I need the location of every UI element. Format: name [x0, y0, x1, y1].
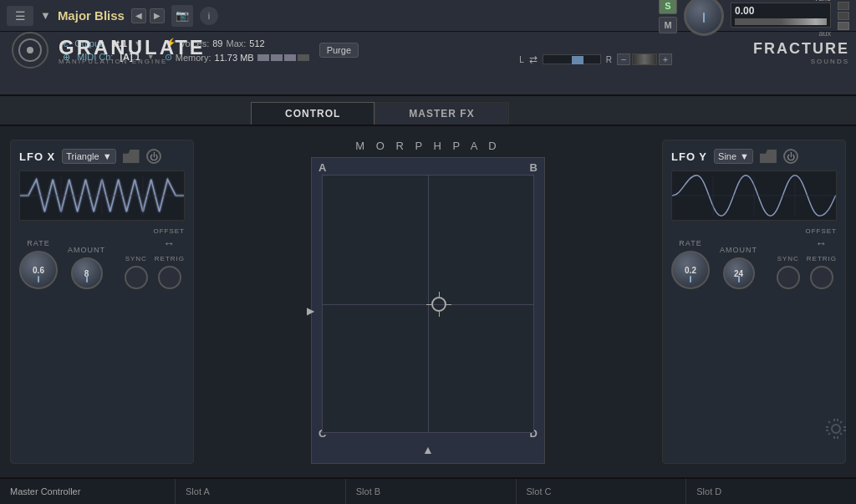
pan-icon: ⇄: [529, 53, 538, 65]
lfo-y-title: LFO Y: [671, 150, 707, 163]
morph-ch-h-right: [446, 304, 451, 305]
lfo-x-folder-icon[interactable]: [123, 150, 140, 163]
lfo-y-power-button[interactable]: ⏻: [783, 149, 798, 164]
lfo-x-panel: LFO X Triangle ▼ ⏻: [10, 140, 194, 464]
window-close-button[interactable]: [838, 22, 849, 30]
tune-bar: [735, 18, 827, 25]
lfo-y-retrig-button[interactable]: [810, 266, 833, 289]
lfo-y-sync-retrig: SYNC RETRIG: [777, 255, 837, 289]
pan-section: L ⇄ R − +: [519, 53, 672, 65]
lfo-x-sync-button[interactable]: [125, 266, 148, 289]
camera-icon[interactable]: 📷: [171, 5, 193, 27]
level-slider[interactable]: [632, 53, 657, 65]
lfo-x-amount-knob[interactable]: 8: [71, 257, 103, 289]
master-controller-label: Master Controller: [10, 486, 80, 496]
purge-button[interactable]: Purge: [319, 43, 359, 58]
lfo-y-type-select[interactable]: Sine ▼: [714, 149, 753, 164]
morph-ch-h-left: [426, 304, 431, 305]
lfo-y-offset-label: OFFSET: [805, 227, 837, 235]
prev-preset-button[interactable]: ◀: [131, 8, 146, 23]
morph-pad-title: M O R P H P A D: [355, 140, 501, 152]
voices-max-label: Max:: [227, 38, 247, 48]
lfo-x-amount-indicator: [86, 276, 88, 283]
prog-2: [271, 54, 283, 61]
tab-master-fx[interactable]: MASTER FX: [374, 102, 508, 125]
lfo-x-retrig-button[interactable]: [158, 266, 181, 289]
memory-progress: [257, 54, 309, 61]
minus-button[interactable]: −: [617, 53, 630, 65]
lfo-x-right-controls: OFFSET ↔ SYNC RETRIG: [125, 227, 185, 289]
lfo-y-panel: LFO Y Sine ▼ ⏻ RATE 0.2: [662, 140, 846, 464]
preset-arrow: ▼: [40, 9, 51, 22]
lfo-y-controls: RATE 0.2 AMOUNT 24 OFFSET ↔: [671, 227, 837, 289]
memory-value: 11.73 MB: [215, 53, 254, 63]
slot-b-label: Slot B: [356, 486, 380, 496]
window-min-button[interactable]: [838, 2, 849, 10]
menu-icon[interactable]: ☰: [7, 6, 33, 26]
voices-max-value: 512: [249, 38, 264, 48]
info-icon[interactable]: i: [200, 7, 218, 25]
morph-crosshair[interactable]: [431, 297, 446, 312]
solo-button[interactable]: S: [659, 0, 677, 14]
stereo-slider[interactable]: [543, 54, 601, 64]
tune-value: 0.00: [735, 5, 827, 17]
lfo-x-rate-value: 0.6: [33, 266, 44, 275]
lfo-x-offset-label: OFFSET: [153, 227, 185, 235]
lfo-x-controls: RATE 0.6 AMOUNT 8 OFFSET ↔: [19, 227, 185, 289]
lfo-x-rate-group: RATE 0.6: [19, 239, 58, 289]
morph-corner-b: B: [530, 161, 538, 174]
slot-a-section[interactable]: Slot A: [176, 479, 346, 504]
next-preset-button[interactable]: ▶: [150, 8, 165, 23]
lfo-x-sync-group: SYNC: [125, 255, 148, 289]
lfo-y-rate-knob[interactable]: 0.2: [671, 251, 710, 289]
stereo-fill: [572, 56, 583, 64]
volume-knob[interactable]: [684, 0, 724, 36]
lfo-x-type-select[interactable]: Triangle ▼: [62, 149, 115, 164]
lfo-x-type-value: Triangle: [66, 151, 99, 161]
lfo-x-rate-knob[interactable]: 0.6: [19, 251, 58, 289]
tab-bar: CONTROL MASTER FX: [0, 96, 856, 126]
lfo-x-sync-retrig: SYNC RETRIG: [125, 255, 185, 289]
lfo-y-rate-indicator: [690, 276, 691, 283]
lfo-y-rate-value: 0.2: [685, 266, 696, 275]
plus-button[interactable]: +: [659, 53, 672, 65]
morph-grid[interactable]: [322, 175, 534, 433]
plus-minus-btns: − +: [617, 53, 672, 65]
lfo-y-amount-group: AMOUNT 24: [720, 246, 757, 289]
volume-knob-indicator: [703, 13, 705, 23]
nav-arrows: ◀ ▶: [131, 8, 165, 23]
slot-c-section[interactable]: Slot C: [517, 479, 687, 504]
header-row2: € Output: st.1 ▼ ⊕ MIDI Ch: [A] 1 ▼ ⚡ Vo…: [0, 32, 856, 69]
volume-knob-wrap: [684, 0, 724, 36]
pan-left-label: L: [519, 55, 524, 64]
lfo-x-amount-label: AMOUNT: [68, 246, 105, 254]
slot-c-label: Slot C: [527, 486, 552, 496]
lfo-y-retrig-group: RETRIG: [807, 255, 837, 289]
tab-control[interactable]: CONTROL: [251, 102, 374, 125]
slot-d-label: Slot D: [696, 486, 721, 496]
window-max-button[interactable]: [838, 12, 849, 20]
morph-corner-a: A: [318, 161, 326, 174]
master-controller-section: Master Controller: [0, 479, 176, 504]
morph-left-arrow[interactable]: ▶: [307, 305, 314, 317]
prog-3: [284, 54, 296, 61]
gear-icon: [824, 417, 848, 440]
mute-button[interactable]: M: [659, 17, 677, 33]
lfo-y-dropdown-arrow: ▼: [740, 151, 749, 161]
lfo-x-power-button[interactable]: ⏻: [146, 149, 161, 164]
brand-title: FRACTURE: [753, 40, 849, 58]
lfo-x-offset-section: OFFSET ↔: [153, 227, 185, 250]
lfo-x-sync-label: SYNC: [125, 255, 147, 262]
lfo-x-title: LFO X: [19, 150, 55, 163]
slot-b-section[interactable]: Slot B: [346, 479, 517, 504]
lfo-x-rate-indicator: [38, 276, 39, 283]
morph-bottom-arrow[interactable]: ▲: [422, 443, 434, 456]
lfo-y-sync-button[interactable]: [777, 266, 800, 289]
slot-d-section[interactable]: Slot D: [686, 479, 856, 504]
brand-subtitle: SOUNDS: [753, 58, 849, 65]
lfo-y-rate-group: RATE 0.2: [671, 239, 710, 289]
lfo-y-amount-knob[interactable]: 24: [723, 257, 755, 289]
lfo-y-folder-icon[interactable]: [760, 150, 777, 163]
morph-pad-container[interactable]: A B C D ▶ ▲: [311, 157, 545, 464]
lfo-x-retrig-group: RETRIG: [155, 255, 185, 289]
